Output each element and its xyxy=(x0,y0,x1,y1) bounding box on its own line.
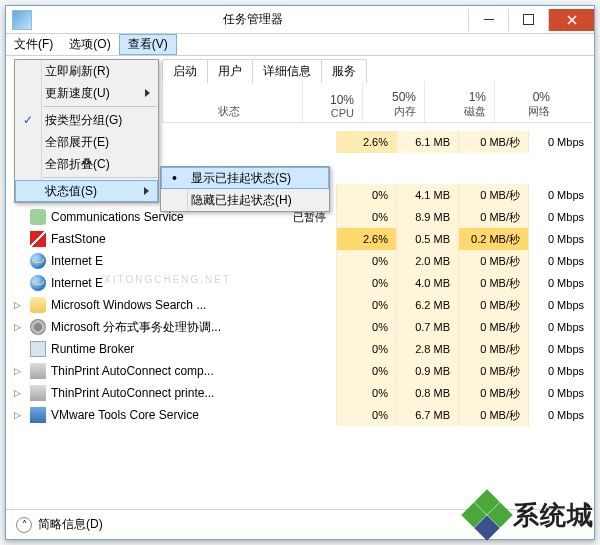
tab-startup[interactable]: 启动 xyxy=(162,59,208,83)
cell-net: 0 Mbps xyxy=(528,404,592,426)
cell-mem: 6.1 MB xyxy=(396,131,458,153)
expand-icon[interactable]: ▷ xyxy=(10,366,24,376)
table-row[interactable]: FastStone2.6%0.5 MB0.2 MB/秒0 Mbps xyxy=(8,228,592,250)
cell-disk: 0 MB/秒 xyxy=(458,206,528,228)
menu-separator xyxy=(43,106,157,107)
cell-mem: 4.1 MB xyxy=(396,184,458,206)
cell-cpu: 0% xyxy=(336,382,396,404)
cell-disk: 0 MB/秒 xyxy=(458,250,528,272)
tab-services[interactable]: 服务 xyxy=(321,59,367,83)
cell-mem: 4.0 MB xyxy=(396,272,458,294)
table-row[interactable]: Runtime Broker0%2.8 MB0 MB/秒0 Mbps xyxy=(8,338,592,360)
cell-cpu: 2.6% xyxy=(336,228,396,250)
col-net-pct: 0% xyxy=(533,90,550,104)
cell-disk: 0 MB/秒 xyxy=(458,184,528,206)
footer: ˄ 简略信息(D) xyxy=(6,509,594,539)
cell-net: 0 Mbps xyxy=(528,131,592,153)
process-icon xyxy=(30,319,46,335)
cell-mem: 0.5 MB xyxy=(396,228,458,250)
cell-net: 0 Mbps xyxy=(528,228,592,250)
menu-show-suspended[interactable]: 显示已挂起状态(S) xyxy=(161,167,329,189)
cell-cpu: 0% xyxy=(336,316,396,338)
menu-refresh-now[interactable]: 立即刷新(R) xyxy=(15,60,158,82)
menu-status-values[interactable]: 状态值(S) xyxy=(15,180,158,202)
col-status[interactable]: 状态 xyxy=(162,81,302,122)
cell-net: 0 Mbps xyxy=(528,316,592,338)
cell-net: 0 Mbps xyxy=(528,206,592,228)
process-name: Communications Service xyxy=(51,210,282,224)
table-row[interactable]: ▷ThinPrint AutoConnect printe...0%0.8 MB… xyxy=(8,382,592,404)
column-headers: 状态 10% CPU 50% 内存 1% 磁盘 0% 网络 xyxy=(162,81,592,123)
process-name: Microsoft Windows Search ... xyxy=(51,298,282,312)
process-name: FastStone xyxy=(51,232,282,246)
cell-mem: 2.8 MB xyxy=(396,338,458,360)
menu-group-by-type[interactable]: 按类型分组(G) xyxy=(15,109,158,131)
col-disk-pct: 1% xyxy=(469,90,486,104)
process-icon xyxy=(30,209,46,225)
expand-icon[interactable]: ▷ xyxy=(10,322,24,332)
process-icon xyxy=(30,385,46,401)
menu-collapse-all[interactable]: 全部折叠(C) xyxy=(15,153,158,175)
cell-disk: 0 MB/秒 xyxy=(458,316,528,338)
cell-disk: 0 MB/秒 xyxy=(458,294,528,316)
col-cpu-label: CPU xyxy=(331,107,354,119)
fewer-details-toggle[interactable]: ˄ xyxy=(16,517,32,533)
tabstrip: 启动 用户 详细信息 服务 xyxy=(162,59,366,83)
view-dropdown: 立即刷新(R) 更新速度(U) 按类型分组(G) 全部展开(E) 全部折叠(C)… xyxy=(14,59,159,203)
process-icon xyxy=(30,253,46,269)
fewer-details-label: 简略信息(D) xyxy=(38,516,103,533)
cell-disk: 0 MB/秒 xyxy=(458,338,528,360)
cell-cpu: 0% xyxy=(336,294,396,316)
cell-net: 0 Mbps xyxy=(528,184,592,206)
menu-file[interactable]: 文件(F) xyxy=(6,34,61,55)
expand-icon[interactable]: ▷ xyxy=(10,388,24,398)
table-row[interactable]: ▷VMware Tools Core Service0%6.7 MB0 MB/秒… xyxy=(8,404,592,426)
cell-net: 0 Mbps xyxy=(528,250,592,272)
menu-expand-all[interactable]: 全部展开(E) xyxy=(15,131,158,153)
cell-disk: 0 MB/秒 xyxy=(458,360,528,382)
col-mem[interactable]: 50% 内存 xyxy=(362,81,424,122)
minimize-button[interactable] xyxy=(468,9,508,31)
cell-cpu: 0% xyxy=(336,360,396,382)
process-name: ThinPrint AutoConnect comp... xyxy=(51,364,282,378)
expand-icon[interactable]: ▷ xyxy=(10,300,24,310)
table-row[interactable]: Internet E0%4.0 MB0 MB/秒0 Mbps xyxy=(8,272,592,294)
cell-mem: 0.8 MB xyxy=(396,382,458,404)
col-net[interactable]: 0% 网络 xyxy=(494,81,558,122)
close-button[interactable] xyxy=(548,9,594,31)
col-disk[interactable]: 1% 磁盘 xyxy=(424,81,494,122)
tab-details[interactable]: 详细信息 xyxy=(252,59,322,83)
tab-users[interactable]: 用户 xyxy=(207,59,253,83)
cell-mem: 6.7 MB xyxy=(396,404,458,426)
cell-disk: 0 MB/秒 xyxy=(458,404,528,426)
col-cpu[interactable]: 10% CPU xyxy=(302,81,362,122)
menu-hide-suspended[interactable]: 隐藏已挂起状态(H) xyxy=(161,189,329,211)
cell-net: 0 Mbps xyxy=(528,272,592,294)
cell-net: 0 Mbps xyxy=(528,360,592,382)
process-name: Runtime Broker xyxy=(51,342,282,356)
table-row[interactable]: ▷Microsoft 分布式事务处理协调...0%0.7 MB0 MB/秒0 M… xyxy=(8,316,592,338)
cell-net: 0 Mbps xyxy=(528,294,592,316)
menu-view[interactable]: 查看(V) xyxy=(119,34,177,55)
table-row[interactable]: Internet E0%2.0 MB0 MB/秒0 Mbps xyxy=(8,250,592,272)
cell-mem: 6.2 MB xyxy=(396,294,458,316)
process-name: Microsoft 分布式事务处理协调... xyxy=(51,319,282,336)
maximize-button[interactable] xyxy=(508,9,548,31)
chevron-up-icon: ˄ xyxy=(22,519,27,530)
table-row[interactable]: ▷ThinPrint AutoConnect comp...0%0.9 MB0 … xyxy=(8,360,592,382)
table-row[interactable]: ▷Microsoft Windows Search ...0%6.2 MB0 M… xyxy=(8,294,592,316)
menu-separator xyxy=(43,177,157,178)
task-manager-window: 任务管理器 文件(F) 选项(O) 查看(V) 启动 用户 详细信息 服务 状态… xyxy=(5,5,595,540)
menu-update-speed[interactable]: 更新速度(U) xyxy=(15,82,158,104)
process-name: VMware Tools Core Service xyxy=(51,408,282,422)
menu-options[interactable]: 选项(O) xyxy=(61,34,118,55)
col-net-label: 网络 xyxy=(528,104,550,119)
process-icon xyxy=(30,363,46,379)
expand-icon[interactable]: ▷ xyxy=(10,410,24,420)
status-values-submenu: 显示已挂起状态(S) 隐藏已挂起状态(H) xyxy=(160,166,330,212)
cell-disk: 0.2 MB/秒 xyxy=(458,228,528,250)
cell-net: 0 Mbps xyxy=(528,382,592,404)
cell-disk: 0 MB/秒 xyxy=(458,382,528,404)
cell-cpu: 0% xyxy=(336,206,396,228)
cell-mem: 0.9 MB xyxy=(396,360,458,382)
